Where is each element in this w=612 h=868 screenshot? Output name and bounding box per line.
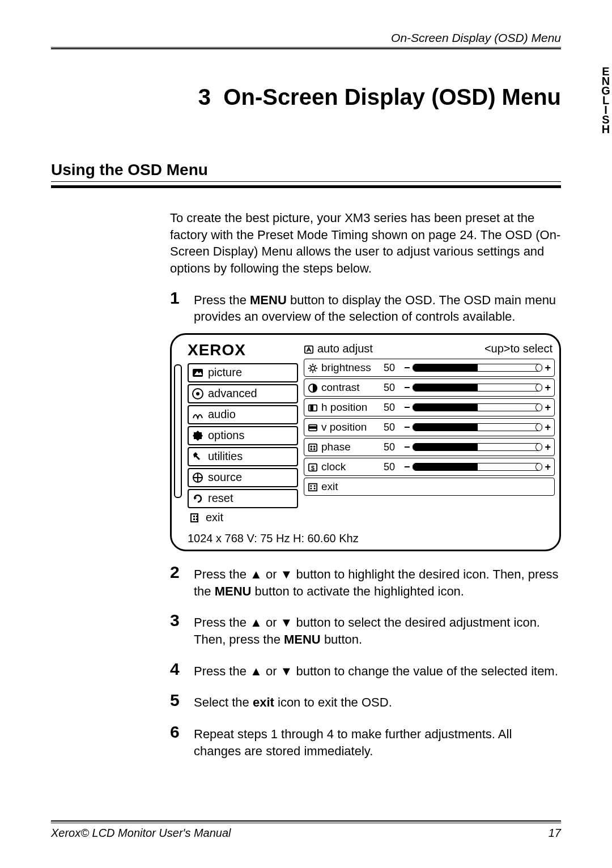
slider: −+ [404,361,551,375]
svg-line-22 [315,365,316,367]
exit-icon [190,512,201,524]
audio-icon [192,409,203,420]
page-footer: Xerox© LCD Monitor User's Manual 17 [51,820,561,840]
step-5: 5 Select the exit icon to exit the OSD. [170,692,561,711]
step-1: 1 Press the MENU button to display the O… [170,290,561,325]
svg-rect-36 [309,484,317,491]
osd-left-pane: XEROX picture advanced aud [188,338,298,527]
osd-row-brightness: brightness 50 −+ [304,359,555,377]
picture-icon [192,367,203,378]
osd-left-advanced: advanced [188,384,298,403]
intro-paragraph: To create the best picture, your XM3 ser… [170,210,561,277]
running-header: On-Screen Display (OSD) Menu [51,31,561,48]
utilities-icon [192,451,203,462]
sun-icon [308,363,318,373]
svg-rect-28 [309,426,317,429]
svg-rect-10 [193,516,195,517]
osd-row-phase: phase 50 −+ [304,438,555,456]
osd-auto-adjust-label: auto adjust [317,341,373,356]
section-title: Using the OSD Menu [51,161,561,188]
step-number: 3 [170,612,190,629]
svg-point-31 [313,446,316,448]
slider: −+ [404,420,551,434]
slider: −+ [404,381,551,394]
svg-rect-12 [196,516,198,517]
reset-icon [192,493,203,504]
step-number: 4 [170,661,190,678]
svg-point-30 [311,446,313,448]
phase-icon [308,442,318,452]
svg-line-20 [310,365,311,367]
step-number: 1 [170,290,190,307]
step-3: 3 Press the ▲ or ▼ button to select the … [170,612,561,648]
footer-manual-title: Xerox© LCD Monitor User's Manual [51,827,231,840]
xerox-logo: XEROX [188,339,298,361]
step-number: 2 [170,564,190,581]
svg-rect-40 [314,488,316,490]
slider: −+ [404,440,551,454]
osd-row-exit: exit [304,478,555,496]
svg-point-33 [313,448,316,450]
options-icon [192,430,203,441]
osd-right-pane: auto adjust <up>to select brightness 50 … [304,338,555,527]
step-6: 6 Repeat steps 1 through 4 to make furth… [170,724,561,759]
osd-left-utilities: utilities [188,447,298,466]
svg-marker-4 [193,431,203,441]
chapter-title-text: On-Screen Display (OSD) Menu [223,84,561,109]
chapter-number: 3 [198,84,211,109]
osd-left-options: options [188,426,298,445]
svg-rect-29 [309,444,317,452]
svg-point-32 [311,448,313,450]
osd-hint-text: <up>to select [484,341,552,356]
osd-left-picture: picture [188,363,298,382]
svg-rect-13 [196,518,198,520]
osd-menu-figure: XEROX picture advanced aud [170,333,561,551]
page-number: 17 [549,827,561,840]
svg-rect-39 [314,486,316,487]
auto-adjust-icon [304,343,314,354]
language-side-tab: ENGLISH [599,65,612,133]
step-number: 6 [170,724,190,741]
advanced-icon [192,388,203,399]
osd-left-audio: audio [188,405,298,424]
step-4: 4 Press the ▲ or ▼ button to change the … [170,661,561,680]
vpos-icon [308,422,318,432]
osd-left-exit: exit [188,510,298,526]
osd-left-scrollbar [174,364,182,498]
step-2: 2 Press the ▲ or ▼ button to highlight t… [170,564,561,599]
osd-row-clock: $clock 50 −+ [304,458,555,476]
exit-icon [308,482,318,492]
osd-left-source: source [188,468,298,487]
svg-rect-26 [311,405,313,411]
svg-point-15 [311,367,314,371]
osd-left-reset: reset [188,489,298,508]
svg-point-3 [196,392,199,395]
slider: −+ [404,460,551,474]
hpos-icon [308,402,318,412]
osd-row-vposition: v position 50 −+ [304,418,555,436]
contrast-icon [308,382,318,393]
clock-icon: $ [308,462,318,472]
osd-row-contrast: contrast 50 −+ [304,378,555,397]
step-number: 5 [170,692,190,709]
svg-line-23 [310,371,311,372]
svg-line-21 [315,371,316,372]
svg-rect-37 [311,486,312,487]
svg-rect-38 [311,488,312,490]
svg-rect-9 [191,514,198,522]
svg-text:$: $ [311,465,314,471]
source-icon [192,472,203,483]
section-title-text: Using the OSD Menu [51,161,561,182]
chapter-title: 3 On-Screen Display (OSD) Menu [51,84,561,110]
osd-status-line: 1024 x 768 V: 75 Hz H: 60.60 Khz [172,530,559,550]
slider: −+ [404,401,551,414]
svg-rect-11 [193,518,195,520]
osd-row-hposition: h position 50 −+ [304,398,555,416]
